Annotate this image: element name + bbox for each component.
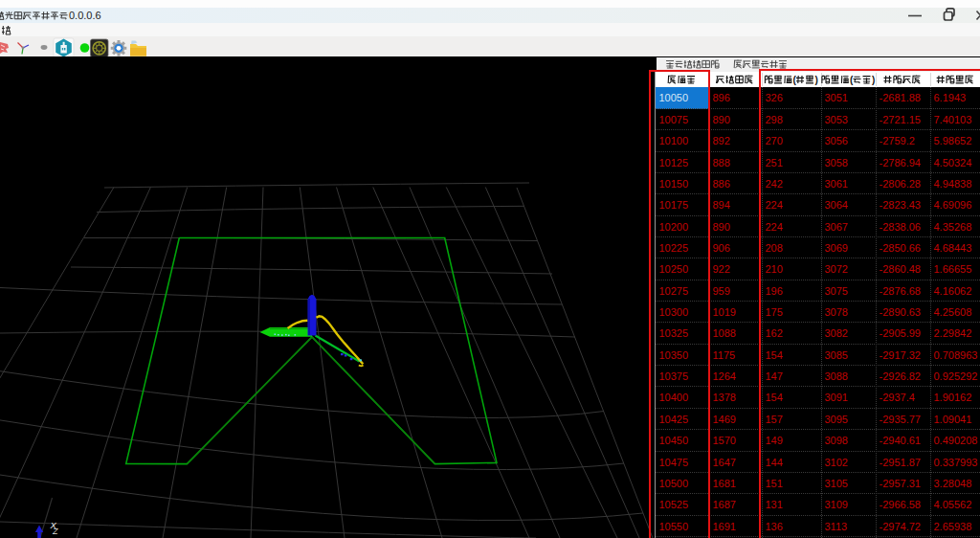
svg-text:Z: Z: [52, 527, 58, 536]
